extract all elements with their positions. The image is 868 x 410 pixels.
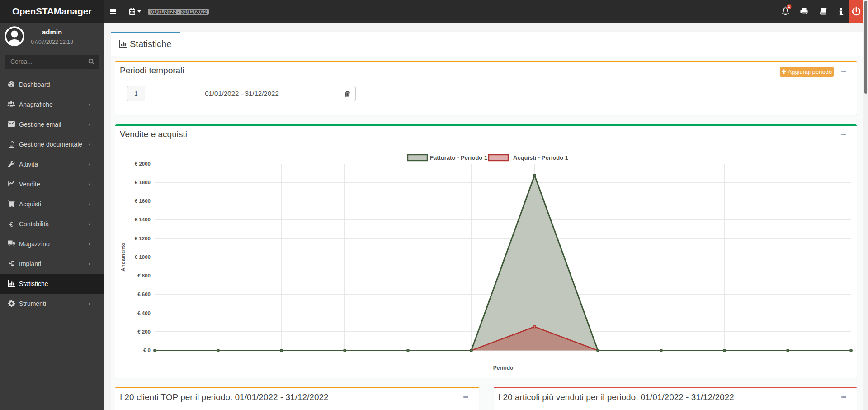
svg-text:€ 400: € 400 [137,310,151,316]
svg-text:€ 600: € 600 [137,291,151,297]
svg-text:€ 0: € 0 [143,348,151,353]
svg-text:€ 1600: € 1600 [135,198,151,204]
svg-text:1: 1 [788,4,790,9]
svg-text:Periodo: Periodo [493,365,514,371]
svg-text:Andamento: Andamento [120,243,126,271]
svg-text:€ 2000: € 2000 [135,161,151,167]
svg-text:€ 1800: € 1800 [135,180,151,185]
svg-text:€ 1200: € 1200 [135,236,151,241]
svg-text:Acquisti - Periodo 1: Acquisti - Periodo 1 [513,154,568,161]
svg-text:€ 800: € 800 [137,273,151,278]
svg-text:€ 1400: € 1400 [135,217,151,222]
svg-text:€ 1000: € 1000 [135,254,151,260]
svg-text:Fatturato - Periodo 1: Fatturato - Periodo 1 [430,154,487,161]
svg-text:€ 200: € 200 [137,329,151,334]
